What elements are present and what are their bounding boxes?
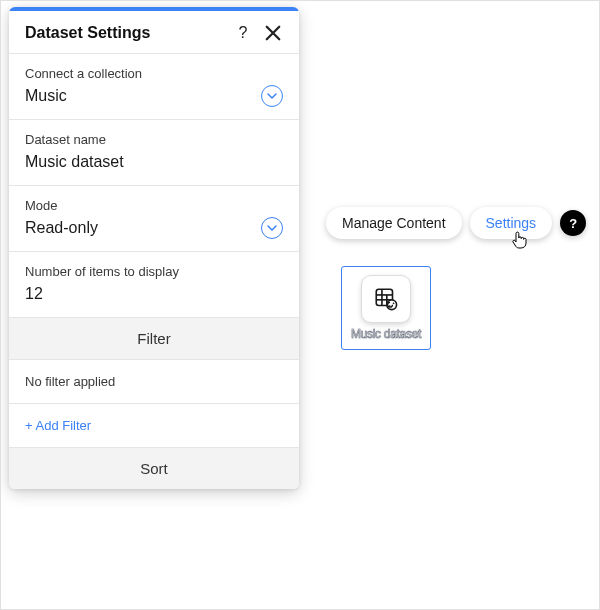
mode-label: Mode	[25, 198, 283, 213]
chevron-down-icon[interactable]	[261, 217, 283, 239]
dataset-icon	[361, 275, 411, 323]
dataset-name-label: Dataset name	[25, 132, 283, 147]
mode-value: Read-only	[25, 219, 283, 237]
panel-header: Dataset Settings ?	[9, 11, 299, 54]
manage-content-button[interactable]: Manage Content	[326, 207, 462, 239]
collection-label: Connect a collection	[25, 66, 283, 81]
collection-dropdown[interactable]: Music	[25, 87, 283, 105]
collection-value: Music	[25, 87, 283, 105]
dataset-canvas-element[interactable]: Music dataset	[341, 266, 431, 350]
chevron-down-icon[interactable]	[261, 85, 283, 107]
settings-button[interactable]: Settings	[470, 207, 553, 239]
close-icon[interactable]	[263, 23, 283, 43]
dataset-settings-panel: Dataset Settings ? Connect a collection …	[9, 7, 299, 489]
section-items-count: Number of items to display 12	[9, 252, 299, 318]
items-count-label: Number of items to display	[25, 264, 283, 279]
sort-section-header[interactable]: Sort	[9, 448, 299, 489]
help-icon[interactable]: ?	[233, 23, 253, 43]
section-dataset-name: Dataset name Music dataset	[9, 120, 299, 186]
dataset-name-input[interactable]: Music dataset	[25, 153, 283, 171]
panel-title: Dataset Settings	[25, 24, 223, 42]
dataset-canvas-label: Music dataset	[342, 327, 430, 341]
mode-dropdown[interactable]: Read-only	[25, 219, 283, 237]
filter-status-text: No filter applied	[9, 360, 299, 404]
toolbar-help-icon[interactable]: ?	[560, 210, 586, 236]
section-collection: Connect a collection Music	[9, 54, 299, 120]
filter-section-header[interactable]: Filter	[9, 318, 299, 360]
items-count-input[interactable]: 12	[25, 285, 283, 303]
element-toolbar: Manage Content Settings ?	[326, 207, 586, 239]
section-mode: Mode Read-only	[9, 186, 299, 252]
add-filter-link[interactable]: + Add Filter	[9, 404, 299, 448]
